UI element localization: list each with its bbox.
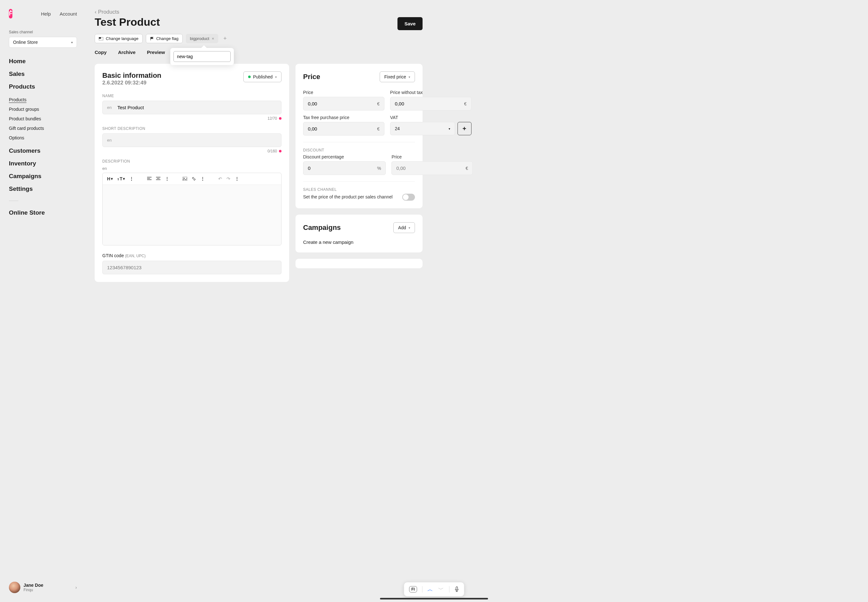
short-desc-input-wrap[interactable]: en — [102, 134, 282, 147]
microphone-icon[interactable] — [454, 587, 459, 592]
tax-free-label: Tax free purchase price — [303, 115, 385, 120]
sales-channel-select[interactable]: Online Store ▾ — [9, 37, 77, 48]
change-flag-button[interactable]: Change flag — [146, 34, 183, 43]
content-columns: Basic information 2.6.2022 09:32:49 Publ… — [95, 64, 423, 282]
change-language-button[interactable]: Change language — [95, 34, 143, 43]
user-org: Finqu — [23, 588, 72, 592]
nav-sub-gift-card[interactable]: Gift card products — [9, 126, 77, 131]
image-icon[interactable] — [183, 177, 187, 181]
price-input-wrap[interactable]: € — [303, 97, 385, 111]
add-tag-button[interactable]: + — [222, 35, 229, 42]
nav-products[interactable]: Products — [9, 83, 77, 90]
more-format-icon[interactable]: ⋮ — [129, 176, 134, 181]
svg-point-3 — [184, 178, 185, 179]
validation-dot-icon — [279, 150, 282, 152]
name-label: NAME — [102, 94, 282, 98]
nav-sub-product-groups[interactable]: Product groups — [9, 107, 77, 112]
more-align-icon[interactable]: ⋮ — [165, 176, 169, 181]
redo-icon[interactable]: ↷ — [226, 176, 230, 181]
breadcrumb[interactable]: Products — [95, 9, 160, 15]
user-name: Jane Doe — [23, 583, 72, 588]
discount-price-input[interactable] — [392, 161, 461, 175]
nav-sub-options[interactable]: Options — [9, 135, 77, 140]
price-without-tax-label: Price without tax — [390, 90, 471, 95]
sales-channel-toggle[interactable] — [402, 194, 415, 201]
status-dot-icon — [248, 75, 251, 78]
price-input[interactable] — [303, 97, 373, 110]
align-center-icon[interactable] — [156, 177, 160, 181]
price-without-tax-input[interactable] — [391, 97, 460, 110]
name-input[interactable] — [117, 105, 277, 110]
currency-label: € — [373, 126, 384, 131]
language-widget[interactable]: FI ︿ ﹀ — [404, 582, 464, 596]
undo-icon[interactable]: ↶ — [218, 176, 222, 181]
nav-inventory[interactable]: Inventory — [9, 160, 77, 167]
price-without-tax-input-wrap[interactable]: € — [390, 97, 471, 111]
home-indicator — [380, 598, 488, 599]
short-desc-lang: en — [107, 138, 111, 143]
help-link[interactable]: Help — [41, 11, 51, 17]
tax-free-input[interactable] — [303, 122, 373, 135]
sidebar-nav: Home Sales Products Products Product gro… — [9, 58, 77, 216]
archive-action[interactable]: Archive — [118, 49, 135, 55]
arrow-up-icon[interactable]: ︿ — [427, 585, 433, 593]
svg-rect-1 — [99, 37, 101, 39]
chevron-down-icon: ▾ — [449, 127, 450, 131]
heading-tool[interactable]: H ▾ — [107, 176, 113, 181]
vat-select[interactable]: 24 ▾ — [390, 122, 455, 135]
add-vat-button[interactable]: + — [457, 122, 471, 135]
short-desc-count: 0/160 — [268, 149, 277, 154]
status-select[interactable]: Published ▾ — [243, 71, 282, 82]
copy-action[interactable]: Copy — [95, 49, 107, 55]
short-desc-input[interactable] — [117, 137, 277, 143]
link-icon[interactable] — [192, 177, 196, 181]
discount-pct-input-wrap[interactable]: % — [303, 161, 386, 175]
new-tag-input[interactable] — [174, 51, 231, 62]
text-size-tool[interactable]: тT ▾ — [117, 176, 125, 181]
vat-label: VAT — [390, 115, 471, 120]
align-left-icon[interactable] — [147, 177, 152, 181]
gtin-input[interactable] — [107, 265, 277, 270]
more-insert-icon[interactable]: ⋮ — [200, 176, 205, 181]
nav-home[interactable]: Home — [9, 58, 77, 65]
discount-price-input-wrap[interactable]: € — [391, 161, 473, 175]
gtin-input-wrap[interactable] — [102, 261, 282, 274]
nav-customers[interactable]: Customers — [9, 147, 77, 154]
nav-campaigns[interactable]: Campaigns — [9, 173, 77, 180]
logo[interactable]: F — [9, 9, 12, 18]
add-campaign-label: Add — [398, 225, 406, 230]
user-block[interactable]: Jane Doe Finqu › — [9, 575, 77, 593]
main-content: Products Test Product Save Change langua… — [86, 0, 435, 602]
add-campaign-button[interactable]: Add ▾ — [393, 222, 415, 233]
preview-action[interactable]: Preview — [147, 49, 165, 55]
arrow-down-icon[interactable]: ﹀ — [438, 585, 444, 593]
remove-tag-icon[interactable]: × — [212, 36, 214, 41]
name-input-wrap[interactable]: en — [102, 101, 282, 114]
more-tools-icon[interactable]: ⋮ — [235, 176, 239, 181]
nav-online-store[interactable]: Online Store — [9, 209, 77, 216]
basic-info-title: Basic information — [102, 71, 162, 80]
tax-free-input-wrap[interactable]: € — [303, 122, 385, 135]
save-button[interactable]: Save — [397, 17, 423, 30]
account-link[interactable]: Account — [60, 11, 77, 17]
chevron-right-icon: › — [75, 585, 77, 590]
create-campaign-link[interactable]: Create a new campaign — [303, 240, 415, 245]
tag-chip[interactable]: bigproduct × — [186, 34, 218, 43]
discount-pct-input[interactable] — [303, 161, 373, 175]
nav-sales[interactable]: Sales — [9, 71, 77, 77]
page-title: Test Product — [95, 16, 160, 28]
price-card: Price Fixed price ▾ Price € — [295, 64, 423, 208]
nav-sub-products[interactable]: Products — [9, 97, 77, 102]
header-row: Products Test Product Save — [95, 9, 423, 34]
desc-label: DESCRIPTION — [102, 159, 282, 164]
left-column: Basic information 2.6.2022 09:32:49 Publ… — [95, 64, 289, 282]
gtin-sub: (EAN, UPC) — [125, 254, 146, 258]
nav-settings[interactable]: Settings — [9, 186, 77, 192]
price-type-label: Fixed price — [385, 74, 406, 79]
rich-text-editor: H ▾ тT ▾ ⋮ ⋮ ⋮ ↶ — [102, 173, 282, 246]
language-code[interactable]: FI — [409, 586, 417, 593]
editor-toolbar: H ▾ тT ▾ ⋮ ⋮ ⋮ ↶ — [103, 173, 281, 185]
price-type-select[interactable]: Fixed price ▾ — [380, 71, 415, 82]
nav-sub-product-bundles[interactable]: Product bundles — [9, 116, 77, 121]
editor-body[interactable] — [103, 185, 281, 245]
